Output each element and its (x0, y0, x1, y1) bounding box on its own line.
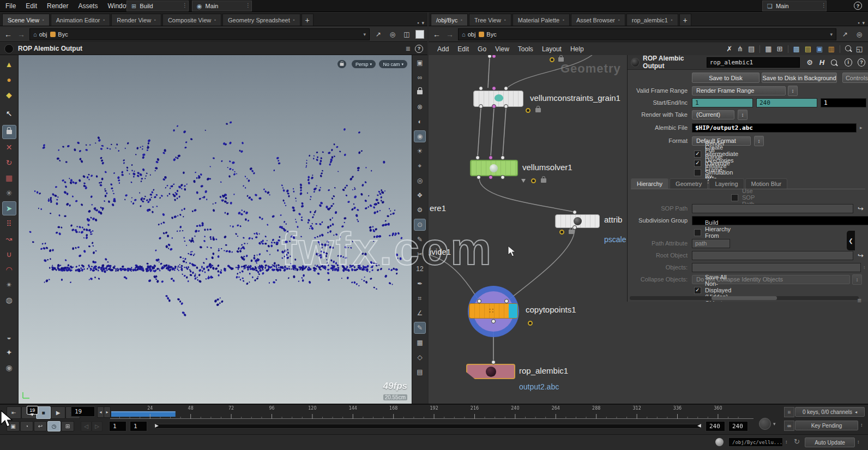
tools-icon[interactable]: ✗ (726, 45, 732, 53)
range-end-field[interactable]: 240 (706, 421, 725, 431)
path-attribute-field[interactable]: path (692, 239, 730, 248)
node-vellumsolver[interactable] (470, 160, 518, 176)
search-icon[interactable] (831, 59, 836, 65)
pane-split-icon[interactable]: ▪ (417, 20, 419, 26)
right-path-field[interactable]: ⌂obj Byc ▾ (458, 28, 836, 40)
tab-geometry-spreadsheet[interactable]: Geometry Spreadsheet▪ (222, 14, 300, 26)
path-dropdown-icon[interactable]: ▾ (363, 32, 366, 37)
frame-count-icon[interactable]: 12 (414, 263, 426, 275)
tab-asset-browser[interactable]: Asset Browser▪ (571, 14, 625, 26)
viewport-lock-pill[interactable] (337, 60, 346, 68)
disc-tool-icon[interactable]: ◉ (2, 361, 16, 375)
node-label[interactable]: copytopoints1 (526, 305, 576, 314)
file-chooser-icon[interactable]: ▸ (860, 125, 863, 130)
node-connector[interactable] (489, 155, 493, 160)
desktop-selector[interactable]: ⊞ Build (126, 1, 189, 11)
jump-to-start-button[interactable]: ⇤ (7, 406, 21, 419)
tab-close-icon[interactable]: ▪ (103, 17, 105, 22)
pane-split-icon[interactable]: ▪ (858, 20, 859, 26)
global-start-field[interactable]: 1 (130, 421, 147, 431)
menu-file[interactable]: File (5, 2, 16, 10)
audio-icon[interactable]: ◔ (20, 421, 33, 431)
range-start-grip[interactable]: ▶ (155, 423, 159, 428)
layout-grid-icon[interactable]: ⊞ (777, 45, 783, 53)
tab-material-palette[interactable]: Material Palette▪ (513, 14, 570, 26)
path-node-chip[interactable]: Byc (50, 31, 68, 38)
tab-close-icon[interactable]: ▪ (563, 17, 564, 22)
help-icon[interactable]: ? (854, 2, 862, 10)
asset-box-icon[interactable]: ▥ (828, 45, 834, 53)
valid-frame-range-menu[interactable]: Render Frame Range (692, 86, 786, 95)
node-connector[interactable] (492, 104, 496, 109)
node-connector[interactable] (501, 175, 505, 179)
node-ring-badge[interactable] (559, 230, 564, 235)
shade-mode-icon[interactable]: ◐ (414, 116, 426, 128)
no-export-icon[interactable]: ⊗ (414, 101, 426, 113)
color-swatch-icon[interactable] (415, 30, 424, 39)
keyrange-icon[interactable]: ⊞ (61, 421, 74, 431)
range-slider[interactable]: ▶ ◀ (154, 424, 702, 429)
scoped-channels-icon[interactable]: ⌗ (784, 407, 794, 417)
split-panel-icon[interactable]: ◱ (856, 45, 863, 53)
draw-mode-icon[interactable]: ✎ (414, 322, 426, 334)
tab-tree-view[interactable]: Tree View▪ (469, 14, 511, 26)
forward-arrow-icon[interactable]: → (445, 30, 455, 39)
node-connector[interactable] (501, 155, 505, 160)
param-help-icon[interactable]: ? (858, 58, 865, 67)
snapshot-icon[interactable]: ▣ (414, 57, 426, 69)
parameter-scrollbar[interactable] (630, 296, 859, 300)
sphere-tool-icon[interactable]: ● (2, 73, 16, 87)
node-label[interactable]: rop_alembic1 (519, 366, 568, 375)
arc-tool-icon[interactable]: ◠ (2, 262, 16, 277)
objects-menu-icon[interactable]: ↕ (863, 265, 866, 270)
refresh-icon[interactable]: ↻ (794, 437, 800, 446)
box-tool-icon[interactable]: ◆ (2, 88, 16, 102)
sop-path-field[interactable] (692, 204, 853, 213)
tab--obj-byc[interactable]: /obj/Byc▪ (431, 14, 468, 26)
node-connector[interactable] (504, 104, 508, 109)
glasses-icon[interactable]: ∞ (414, 71, 426, 83)
tab-close-icon[interactable]: ▪ (214, 17, 216, 22)
net-menu-add[interactable]: Add (437, 45, 449, 53)
grid-snap-icon[interactable]: ⌗ (414, 292, 426, 304)
panel-list-icon[interactable]: ▤ (414, 366, 426, 378)
realtime-toggle-icon[interactable]: ◷ (47, 421, 61, 431)
render-take-menu[interactable]: (Current) (692, 110, 734, 119)
pencil-icon[interactable]: ✎ (414, 233, 426, 245)
net-menu-go[interactable]: Go (478, 45, 486, 53)
menu-updown-icon[interactable]: ↕ (788, 86, 798, 96)
node-lock-badge[interactable] (569, 230, 574, 234)
key-glasses-icon[interactable]: ∞ (784, 421, 794, 431)
menu-render[interactable]: Render (47, 2, 68, 10)
select-arrow-icon[interactable]: ↖ (2, 106, 16, 121)
lock-selection-icon[interactable] (2, 125, 16, 139)
shelf-menu-dots[interactable]: ⋮ (245, 2, 251, 8)
points-grid-icon[interactable]: ⠿ (2, 217, 16, 231)
frame-ruler[interactable] (110, 405, 754, 420)
node-connector[interactable] (491, 319, 496, 323)
node-connector[interactable] (492, 55, 496, 58)
param-tab-geometry[interactable]: Geometry (670, 178, 708, 189)
pin-icon[interactable]: ↗ (373, 31, 384, 38)
translate-handle-icon[interactable]: ✕ (2, 140, 16, 154)
node-label[interactable]: vellumconstraints_grain1 (530, 93, 620, 103)
range-end-grip[interactable]: ◀ (697, 423, 701, 428)
net-menu-layout[interactable]: Layout (542, 45, 562, 53)
range-start-field[interactable]: 1 (109, 421, 126, 431)
grid-view-icon[interactable]: ▦ (765, 45, 771, 53)
target-icon[interactable]: ⌖ (414, 160, 426, 172)
current-frame-field[interactable]: 19 (71, 406, 95, 417)
save-to-disk-background-button[interactable]: Save to Disk in Background (762, 73, 837, 83)
knob-menu-icon[interactable]: ▾ (773, 421, 776, 427)
full-range-checkbox[interactable] (694, 160, 701, 167)
tab-animation-editor[interactable]: Animation Editor▪ (51, 14, 111, 26)
spray-tool-icon[interactable]: ✴ (2, 278, 16, 292)
node-connector[interactable] (489, 175, 493, 179)
image-plane-icon[interactable]: ▣ (816, 45, 823, 53)
node-connector[interactable] (572, 210, 577, 214)
param-tab-hierarchy[interactable]: Hierarchy (631, 178, 668, 189)
tab-close-icon[interactable]: ▪ (293, 17, 295, 22)
info-icon[interactable]: i (845, 58, 852, 67)
node-connector[interactable] (572, 225, 577, 230)
node-lock-badge[interactable] (535, 108, 541, 112)
